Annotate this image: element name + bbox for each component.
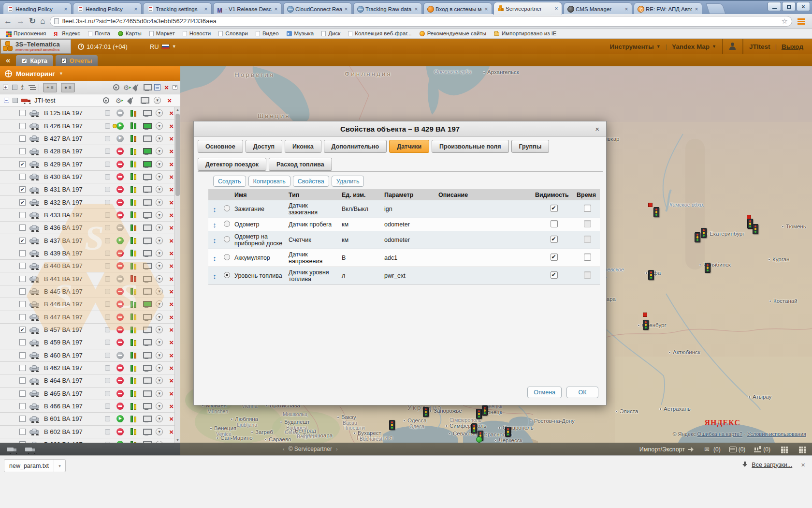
delete-all-icon[interactable]: ×: [164, 84, 169, 91]
map-checkbox[interactable]: ✔: [22, 58, 27, 63]
move-updown-icon[interactable]: ↕: [213, 221, 217, 229]
vehicle-checkbox[interactable]: [19, 314, 26, 320]
bookmark-item[interactable]: Импортировано из IE: [491, 29, 560, 38]
browser-tab[interactable]: - V1 Release Descrip×: [213, 2, 282, 15]
browser-tab[interactable]: RE: FW: АПД Автом×: [634, 2, 702, 15]
bookmark-item[interactable]: Музыка: [284, 29, 317, 38]
time-checkbox[interactable]: [584, 271, 591, 279]
url-box[interactable]: fleet.3s-t.ru/?sid=fe2c74655d0c4a3ebbf56…: [50, 16, 792, 27]
bookmark-item[interactable]: Рекомендуемые сайты: [417, 29, 489, 38]
row-menu-button[interactable]: ▼: [156, 224, 163, 231]
traffic-light-marker[interactable]: [705, 263, 710, 273]
vehicle-checkbox[interactable]: [19, 352, 26, 359]
vehicle-checkbox[interactable]: [19, 365, 26, 371]
traffic-light-marker[interactable]: [482, 405, 488, 416]
traffic-light-marker[interactable]: [695, 232, 700, 242]
sensor-radio[interactable]: [224, 221, 230, 227]
notification-badge[interactable]: (0): [729, 446, 746, 453]
add-to-list-toggle[interactable]: +≡: [43, 83, 57, 92]
delete-vehicle-icon[interactable]: ×: [169, 415, 174, 422]
delete-vehicle-icon[interactable]: ×: [169, 109, 174, 117]
row-menu-button[interactable]: ▼: [156, 199, 163, 206]
commands-group-icon[interactable]: ⚙: [116, 97, 122, 104]
tab-close-icon[interactable]: ×: [413, 6, 419, 13]
collapse-group-button[interactable]: −: [4, 98, 9, 103]
tab-close-icon[interactable]: ×: [483, 6, 489, 13]
tab-close-icon[interactable]: ×: [553, 5, 559, 12]
close-window-button[interactable]: ×: [797, 2, 810, 11]
sensor-row[interactable]: ↕Одометр на приборной доскеСчетчиккмodom…: [208, 231, 600, 249]
vehicle-row[interactable]: В 432 ВА 197▼×: [0, 196, 180, 209]
traffic-light-marker[interactable]: [701, 228, 707, 238]
tab-map[interactable]: ✔ Карта: [16, 55, 53, 66]
vehicle-checkbox[interactable]: [19, 148, 26, 154]
traffic-light-marker[interactable]: [643, 320, 649, 330]
vehicle-checkbox[interactable]: [19, 377, 26, 384]
logout-link[interactable]: Выход: [782, 43, 803, 50]
bookmark-item[interactable]: Видео: [253, 29, 282, 38]
dialog-tab-Группы[interactable]: Группы: [511, 140, 550, 153]
satellite-all-icon[interactable]: [133, 84, 140, 90]
row-menu-button[interactable]: ▼: [156, 364, 163, 372]
vehicle-row[interactable]: В 440 ВА 197▼×: [0, 260, 180, 272]
delete-vehicle-icon[interactable]: ×: [169, 339, 174, 346]
reports-checkbox[interactable]: ✔: [61, 58, 67, 63]
row-menu-button[interactable]: ▼: [156, 288, 163, 295]
follow-group-icon[interactable]: [103, 97, 109, 104]
row-menu-button[interactable]: ▼: [156, 135, 163, 142]
vehicle-row[interactable]: В 446 ВА 197▼×: [0, 298, 180, 311]
vehicle-checkbox[interactable]: [19, 403, 26, 409]
browser-tab[interactable]: Tracking Raw data×: [353, 2, 422, 15]
action-button-Свойства[interactable]: Свойства: [293, 176, 329, 187]
delete-vehicle-icon[interactable]: ×: [169, 352, 174, 359]
delete-vehicle-icon[interactable]: ×: [169, 262, 174, 269]
vehicle-checkbox[interactable]: [19, 224, 26, 231]
pan-right-icon[interactable]: ›: [336, 446, 338, 452]
red-square-marker[interactable]: [643, 313, 647, 317]
delete-vehicle-icon[interactable]: ×: [169, 288, 174, 295]
sensor-row[interactable]: ↕Уровень топливаДатчик уровня топливалpw…: [208, 267, 600, 285]
bookmark-item[interactable]: Почта: [85, 29, 113, 38]
language-selector[interactable]: RU ▼: [150, 43, 176, 50]
forward-button[interactable]: →: [16, 17, 25, 25]
traffic-light-marker[interactable]: [653, 207, 659, 217]
row-menu-button[interactable]: ▼: [156, 428, 163, 435]
map-error-link[interactable]: Ошибка на карте?: [697, 431, 743, 437]
cancel-button[interactable]: Отмена: [527, 387, 562, 398]
vehicle-checkbox[interactable]: [19, 135, 26, 142]
vehicle-checkbox[interactable]: [19, 276, 26, 282]
tab-reports[interactable]: ✔ Отчеты: [56, 55, 98, 66]
dialog-tab-Произвольные поля[interactable]: Произвольные поля: [432, 140, 508, 153]
time-checkbox[interactable]: [584, 205, 591, 212]
vehicle-row[interactable]: В 426 ВА 197▼×: [0, 120, 180, 132]
sensor-radio[interactable]: [224, 272, 230, 278]
row-menu-button[interactable]: ▼: [156, 186, 163, 193]
browser-tab[interactable]: Heading Policy×: [3, 2, 72, 15]
traffic-light-marker[interactable]: [505, 427, 511, 437]
delete-vehicle-icon[interactable]: ×: [169, 122, 174, 130]
bookmark-item[interactable]: Новости: [180, 29, 214, 38]
vehicle-checkbox[interactable]: [19, 327, 26, 333]
bookmark-item[interactable]: Диск: [319, 29, 343, 38]
row-menu-button[interactable]: ▼: [156, 262, 163, 269]
vehicle-checkbox[interactable]: [19, 339, 26, 345]
vehicle-checkbox[interactable]: [19, 238, 26, 244]
notification-badge[interactable]: (0): [754, 446, 770, 453]
delete-vehicle-icon[interactable]: ×: [169, 403, 174, 410]
row-menu-button[interactable]: ▼: [156, 314, 163, 321]
row-menu-button[interactable]: ▼: [156, 275, 163, 283]
bookmark-star-icon[interactable]: ☆: [782, 17, 788, 26]
close-shelf-icon[interactable]: ×: [801, 461, 805, 469]
map-provider-menu[interactable]: Yandex Map▼: [672, 43, 716, 50]
sort-az-icon[interactable]: A Z↓: [21, 85, 25, 90]
vehicle-row[interactable]: В 465 ВА 197▼×: [0, 388, 180, 400]
tab-close-icon[interactable]: ×: [343, 6, 349, 13]
vehicle-checkbox[interactable]: [19, 250, 26, 256]
row-menu-button[interactable]: ▼: [156, 237, 163, 244]
row-menu-button[interactable]: ▼: [156, 390, 163, 397]
monitor-all-icon[interactable]: [144, 84, 150, 90]
vehicle-checkbox[interactable]: [19, 416, 26, 422]
vehicle-checkbox[interactable]: [19, 123, 26, 129]
commands-all-icon[interactable]: ⚙: [123, 84, 130, 91]
truck-list-icon[interactable]: [7, 446, 18, 453]
